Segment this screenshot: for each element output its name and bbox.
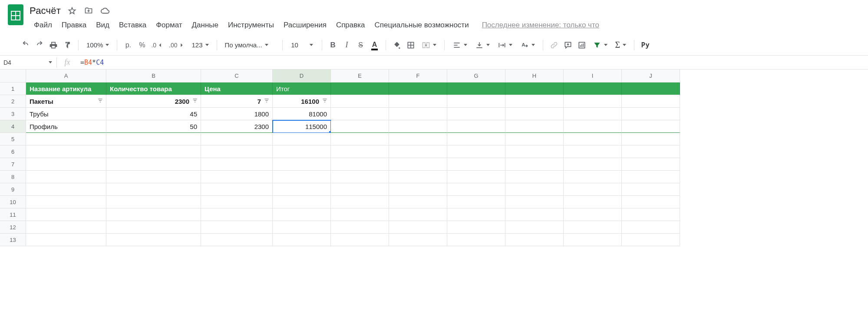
cell[interactable] bbox=[389, 171, 447, 183]
vertical-align-dropdown[interactable] bbox=[472, 39, 493, 52]
cell[interactable] bbox=[331, 133, 389, 145]
cell[interactable] bbox=[622, 158, 680, 171]
cell[interactable] bbox=[201, 196, 273, 208]
cell[interactable] bbox=[273, 208, 331, 221]
cell[interactable] bbox=[106, 133, 201, 145]
cell[interactable] bbox=[505, 196, 564, 208]
cell[interactable] bbox=[505, 133, 564, 145]
row-header[interactable]: 3 bbox=[0, 108, 26, 120]
cell[interactable] bbox=[106, 196, 201, 208]
col-header[interactable]: G bbox=[447, 69, 505, 83]
row-header[interactable]: 1 bbox=[0, 83, 26, 95]
menu-data[interactable]: Данные bbox=[188, 19, 223, 31]
cell[interactable] bbox=[331, 95, 389, 108]
decrease-decimal-button[interactable]: .0 bbox=[149, 39, 166, 52]
cell[interactable] bbox=[622, 145, 680, 158]
cell[interactable] bbox=[331, 234, 389, 246]
cell[interactable] bbox=[106, 234, 201, 246]
cell[interactable] bbox=[26, 196, 106, 208]
cell[interactable] bbox=[201, 133, 273, 145]
cell[interactable] bbox=[389, 208, 447, 221]
python-button[interactable]: Py bbox=[639, 39, 652, 52]
cell[interactable] bbox=[564, 171, 622, 183]
doc-title[interactable]: Расчёт bbox=[30, 5, 61, 17]
cell[interactable] bbox=[331, 145, 389, 158]
cell[interactable] bbox=[505, 83, 564, 95]
cell[interactable] bbox=[331, 208, 389, 221]
cell[interactable] bbox=[331, 158, 389, 171]
cell[interactable] bbox=[564, 183, 622, 196]
cell[interactable]: Пакеты bbox=[26, 95, 106, 108]
filter-icon[interactable] bbox=[192, 98, 198, 105]
cell[interactable] bbox=[26, 208, 106, 221]
cell[interactable] bbox=[389, 120, 447, 133]
cell[interactable] bbox=[447, 83, 505, 95]
cell[interactable] bbox=[201, 183, 273, 196]
cell[interactable] bbox=[389, 158, 447, 171]
italic-button[interactable]: I bbox=[340, 39, 353, 52]
col-header[interactable]: D bbox=[273, 69, 331, 83]
row-header[interactable]: 6 bbox=[0, 145, 26, 158]
cell[interactable] bbox=[389, 183, 447, 196]
cell[interactable] bbox=[505, 171, 564, 183]
cell[interactable] bbox=[106, 183, 201, 196]
insert-link-button[interactable] bbox=[548, 39, 561, 52]
cell[interactable] bbox=[273, 196, 331, 208]
cell[interactable]: 81000 bbox=[273, 108, 331, 120]
cell[interactable] bbox=[331, 83, 389, 95]
cell[interactable]: 45 bbox=[106, 108, 201, 120]
cell[interactable] bbox=[622, 234, 680, 246]
menu-file[interactable]: Файл bbox=[30, 19, 56, 31]
menu-extensions[interactable]: Расширения bbox=[279, 19, 331, 31]
cell[interactable] bbox=[273, 221, 331, 234]
bold-button[interactable]: B bbox=[327, 39, 340, 52]
cell[interactable] bbox=[564, 208, 622, 221]
menu-accessibility[interactable]: Специальные возможности bbox=[370, 19, 473, 31]
cell[interactable] bbox=[106, 145, 201, 158]
strikethrough-button[interactable]: S bbox=[354, 39, 367, 52]
cell[interactable] bbox=[201, 171, 273, 183]
cell[interactable] bbox=[106, 208, 201, 221]
merge-cells-dropdown[interactable] bbox=[418, 39, 440, 52]
cell[interactable] bbox=[331, 183, 389, 196]
cell[interactable]: 7 bbox=[201, 95, 273, 108]
last-modified[interactable]: Последнее изменение: только что bbox=[482, 21, 599, 30]
cell[interactable] bbox=[26, 234, 106, 246]
header-cell[interactable]: Количество товара bbox=[106, 83, 201, 95]
row-header[interactable]: 11 bbox=[0, 208, 26, 221]
cell[interactable] bbox=[447, 234, 505, 246]
cell[interactable] bbox=[331, 171, 389, 183]
row-header[interactable]: 12 bbox=[0, 221, 26, 234]
cell[interactable] bbox=[505, 234, 564, 246]
cell[interactable] bbox=[201, 208, 273, 221]
menu-tools[interactable]: Инструменты bbox=[224, 19, 278, 31]
cell[interactable] bbox=[622, 133, 680, 145]
cell[interactable] bbox=[201, 145, 273, 158]
cell[interactable] bbox=[447, 171, 505, 183]
cell[interactable] bbox=[447, 120, 505, 133]
cell[interactable] bbox=[505, 145, 564, 158]
name-box[interactable]: D4 bbox=[0, 59, 56, 66]
header-cell[interactable]: Цена bbox=[201, 83, 273, 95]
cell[interactable] bbox=[201, 221, 273, 234]
row-header[interactable]: 7 bbox=[0, 158, 26, 171]
row-header[interactable]: 13 bbox=[0, 234, 26, 246]
header-cell[interactable]: Итог bbox=[273, 83, 331, 95]
cell[interactable] bbox=[26, 158, 106, 171]
cell[interactable] bbox=[273, 183, 331, 196]
row-header[interactable]: 5 bbox=[0, 133, 26, 145]
menu-insert[interactable]: Вставка bbox=[115, 19, 151, 31]
cell[interactable] bbox=[564, 108, 622, 120]
col-header[interactable]: F bbox=[389, 69, 447, 83]
fill-color-button[interactable] bbox=[390, 39, 403, 52]
cell[interactable] bbox=[26, 183, 106, 196]
cell[interactable] bbox=[447, 108, 505, 120]
formula-bar[interactable]: =B4*C4 bbox=[78, 59, 868, 66]
cell[interactable]: 2300 bbox=[201, 120, 273, 133]
cell[interactable] bbox=[106, 171, 201, 183]
selected-cell[interactable]: 115000 bbox=[273, 120, 331, 133]
col-header[interactable]: H bbox=[505, 69, 564, 83]
cell[interactable]: Трубы bbox=[26, 108, 106, 120]
cell[interactable] bbox=[564, 234, 622, 246]
cell[interactable] bbox=[389, 133, 447, 145]
